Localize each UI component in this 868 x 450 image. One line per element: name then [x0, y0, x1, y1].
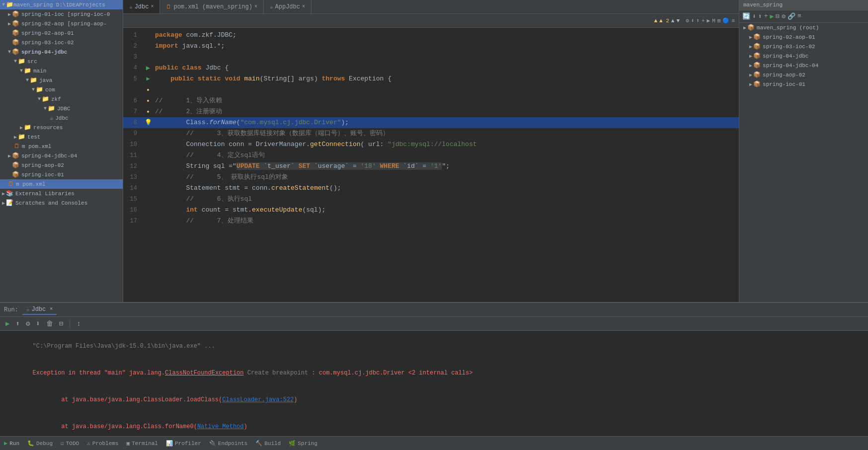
- sidebar-item-spring-01-ioc[interactable]: ▶ 📦 spring-01-ioc [spring-ioc-0: [0, 9, 123, 19]
- sidebar-item-label: m pom.xml: [16, 181, 45, 187]
- status-spring[interactable]: 🌿 Spring: [289, 440, 317, 447]
- tab-appjdbc[interactable]: ☕ AppJdbc ×: [264, 0, 312, 13]
- sidebar-item-pom-root[interactable]: 🗒 m pom.xml: [0, 179, 123, 189]
- sidebar-item-resources[interactable]: ▶ 📁 resources: [0, 123, 123, 132]
- xml-file-icon: 🗒: [14, 143, 20, 150]
- maven-item-spring02aop01[interactable]: ▶ 📦 spring-02-aop-01: [739, 32, 868, 42]
- stop-btn[interactable]: ⬆: [14, 319, 21, 328]
- lightbulb-icon[interactable]: 💡: [145, 117, 152, 128]
- maven-item-root[interactable]: ▶ 📦 maven_spring (root): [739, 23, 868, 32]
- stack-link[interactable]: Native Method: [197, 423, 244, 430]
- maven-add-icon[interactable]: +: [764, 12, 768, 20]
- tab-label: Jdbc: [31, 306, 46, 313]
- module-icon: 📦: [753, 71, 761, 78]
- run-btn[interactable]: ▶: [4, 319, 11, 328]
- status-profiler[interactable]: 📊 Profiler: [166, 440, 201, 447]
- maven-collapse-icon[interactable]: ⊟: [776, 12, 780, 20]
- maven-item-springioc01[interactable]: ▶ 📦 spring-ioc-01: [739, 79, 868, 89]
- sidebar-item-spring-02-aop[interactable]: ▶ 📦 spring-02-aop [spring-aop-: [0, 19, 123, 28]
- sidebar-item-spring-04-jdbc-04[interactable]: ▶ 📦 spring-04-jdbc-04: [0, 151, 123, 160]
- gutter-icon-6[interactable]: M: [712, 18, 715, 24]
- sidebar-item-external-libraries[interactable]: ▶ 📚 External Libraries: [0, 189, 123, 198]
- sidebar-item-zkf[interactable]: ▼ 📁 zkf: [0, 94, 123, 104]
- gutter-icon-3[interactable]: ⬆: [696, 17, 700, 24]
- status-endpoints[interactable]: 🔌 Endpoints: [209, 440, 247, 447]
- close-icon[interactable]: ×: [254, 4, 257, 9]
- tab-pom-spring[interactable]: 🗒 pom.xml (maven_spring) ×: [160, 0, 263, 13]
- sidebar-item-label: spring-ioc-01: [21, 172, 64, 178]
- module-icon: 📦: [12, 152, 19, 159]
- maven-upload-icon[interactable]: ⬆: [758, 12, 762, 20]
- maven-download-icon[interactable]: ⬇: [752, 12, 756, 20]
- code-content: int count = stmt.executeUpdate(sql);: [153, 205, 739, 216]
- nav-down-btn[interactable]: ▼: [676, 18, 680, 24]
- line-number: 5: [123, 74, 143, 84]
- sidebar-item-jdbc-class[interactable]: ☕ Jdbc: [0, 113, 123, 123]
- status-build[interactable]: 🔨 Build: [255, 440, 281, 447]
- module-icon: 📦: [753, 62, 761, 69]
- sidebar-item-scratches[interactable]: ▶ 📝 Scratches and Consoles: [0, 198, 123, 208]
- status-terminal[interactable]: ▣ Terminal: [127, 440, 158, 447]
- close-icon[interactable]: ×: [50, 306, 53, 312]
- close-icon[interactable]: ×: [302, 4, 305, 9]
- sidebar-item-spring-02-aop-01[interactable]: ▶ 📦 spring-02-aop-01: [0, 28, 123, 38]
- status-problems[interactable]: ⚠ Problems: [87, 440, 118, 447]
- sidebar-item-label: spring-04-jdbc-04: [21, 153, 77, 159]
- code-content: import java.sql.*;: [153, 41, 739, 52]
- maven-item-spring03ioc02[interactable]: ▶ 📦 spring-03-ioc-02: [739, 42, 868, 51]
- breakpoint-hint[interactable]: Create breakpoint: [244, 370, 309, 376]
- maven-item-spring04jdbc[interactable]: ▶ 📦 spring-04-jdbc: [739, 51, 868, 61]
- sidebar-item-pom-spring04[interactable]: 🗒 m pom.xml: [0, 142, 123, 151]
- sidebar-item-test[interactable]: ▶ 📁 test: [0, 132, 123, 142]
- gutter-icon-4[interactable]: +: [702, 18, 705, 24]
- gutter-icon-1[interactable]: ⚙: [686, 17, 689, 24]
- console-tab-jdbc[interactable]: ☕ Jdbc ×: [22, 305, 57, 315]
- sidebar-item-label: Scratches and Consoles: [15, 200, 87, 206]
- sidebar-item-jdbc-folder[interactable]: ▼ 📁 JDBC: [0, 104, 123, 113]
- maven-run-icon[interactable]: ▶: [770, 12, 774, 20]
- maven-item-label: spring-04-jdbc: [763, 53, 808, 59]
- sidebar-item-spring-03-ioc-02[interactable]: ▶ 📦 spring-03-ioc-02: [0, 38, 123, 47]
- sidebar-item-com[interactable]: ▼ 📁 com: [0, 85, 123, 94]
- maven-item-springaop02[interactable]: ▶ 📦 spring-aop-02: [739, 70, 868, 79]
- run-arrow-icon[interactable]: ▶: [146, 63, 150, 74]
- exception-class[interactable]: ClassNotFoundException: [165, 370, 243, 376]
- status-debug[interactable]: 🐛 Debug: [27, 440, 53, 447]
- line-number: 17: [123, 216, 143, 226]
- sidebar-item-src[interactable]: ▼ 📁 src: [0, 57, 123, 66]
- stack-line-2: at java.base/java.lang.Class.forName0(Na…: [4, 413, 864, 436]
- code-content: // 7、处理结果: [153, 216, 739, 226]
- sidebar-item-spring-aop-02[interactable]: ▶ 📦 spring-aop-02: [0, 160, 123, 170]
- gutter-icon-2[interactable]: ⬇: [691, 17, 695, 24]
- status-todo[interactable]: ☑ TODO: [61, 440, 79, 447]
- fold-btn[interactable]: ↕: [75, 319, 82, 328]
- maven-more-icon[interactable]: ≡: [797, 12, 801, 20]
- maven-refresh-icon[interactable]: 🔄: [742, 12, 750, 20]
- maven-settings-icon[interactable]: ⚙: [782, 12, 786, 20]
- line-number: 10: [123, 139, 143, 150]
- gutter-icon-5[interactable]: ▶: [707, 17, 710, 24]
- run-debug-icon[interactable]: ▶ ◆: [146, 74, 150, 95]
- gutter-icon-8[interactable]: 🔵: [722, 17, 729, 24]
- sidebar-item-maven-spring[interactable]: ▼ 📁 maven_spring D:\IDEAProjects: [0, 0, 123, 9]
- filter-btn[interactable]: ⊟: [58, 319, 65, 328]
- sidebar-item-label: Jdbc: [55, 115, 68, 121]
- code-editor[interactable]: 1 package com.zkf.JDBC; 2 import java.sq…: [123, 28, 739, 302]
- stack-link[interactable]: ClassLoader.java:522: [222, 396, 294, 403]
- status-run[interactable]: ▶ Run: [4, 440, 19, 447]
- gutter-icon-9[interactable]: ≡: [731, 18, 735, 24]
- maven-item-spring04jdbc04[interactable]: ▶ 📦 spring-04-jdbc-04: [739, 61, 868, 70]
- sidebar-item-main[interactable]: ▼ 📁 main: [0, 66, 123, 75]
- sidebar-item-spring-ioc-01[interactable]: ▶ 📦 spring-ioc-01: [0, 170, 123, 179]
- gutter-icon-7[interactable]: ⊞: [717, 17, 721, 24]
- tab-jdbc[interactable]: ☕ Jdbc ×: [123, 0, 160, 13]
- rerun-btn[interactable]: ⚙: [24, 319, 31, 328]
- clear-btn[interactable]: 🗑: [45, 319, 55, 328]
- sidebar-item-spring-04-jdbc[interactable]: ▼ 📦 spring-04-jdbc: [0, 47, 123, 57]
- maven-link-icon[interactable]: 🔗: [788, 12, 795, 20]
- scroll-end-btn[interactable]: ⬇: [34, 319, 41, 328]
- code-content: Statement stmt = conn.createStatement();: [153, 183, 739, 194]
- sidebar-item-java[interactable]: ▼ 📁 java: [0, 75, 123, 85]
- nav-up-btn[interactable]: ▲: [671, 18, 675, 24]
- close-icon[interactable]: ×: [151, 4, 154, 9]
